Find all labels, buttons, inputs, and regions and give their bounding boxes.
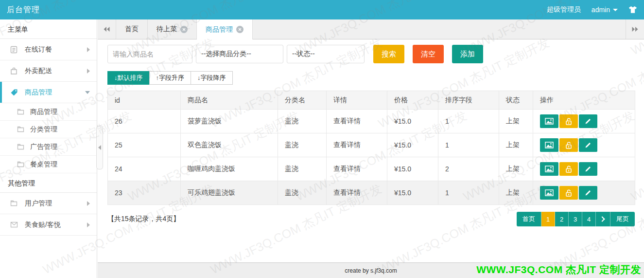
page-footer: create by s.jf3q.com [98,262,644,278]
sidebar-subitem-ad[interactable]: 广告管理 [0,138,97,156]
image-button[interactable] [540,138,558,152]
category-select-value: --选择商品分类-- [201,50,251,58]
product-name-input[interactable] [107,45,192,63]
footer-credit: create by s.jf3q.com [345,267,397,274]
folder-icon [17,126,24,132]
sidebar-section-main: 主菜单 [0,19,97,39]
folder-icon [17,144,24,150]
edit-button[interactable] [579,114,597,128]
image-button[interactable] [540,162,558,176]
sidebar-subitem-label: 餐桌管理 [30,160,57,169]
view-detail-link[interactable]: 查看详情 [333,165,361,172]
edit-button[interactable] [579,186,597,200]
page-number-button[interactable]: 3 [569,212,582,226]
chevron-right-icon [87,222,90,227]
cell-sort: 1 [438,110,499,133]
tabs-scroll-right[interactable] [626,19,644,39]
cell-category: 盖浇 [278,181,327,205]
close-icon[interactable] [180,26,188,33]
column-header: 价格 [387,91,438,110]
view-detail-link[interactable]: 查看详情 [333,117,361,125]
unlock-button[interactable] [559,138,578,152]
column-header: 商品名 [181,91,278,110]
sidebar-item-user-mgmt[interactable]: 用户管理 [0,193,97,214]
search-bar: --选择商品分类-- --状态-- 搜索 清空 添加 [107,45,634,63]
products-table: id 商品名 分类名 详情 价格 排序字段 状态 操作 26 菠萝盖浇饭 盖浇 … [107,91,635,205]
search-button[interactable]: 搜索 [373,45,404,63]
tabs-scroll-left[interactable] [98,19,116,39]
cell-status: 上架 [499,133,533,157]
sort-desc-button[interactable]: ↓字段降序 [191,71,233,85]
edit-button[interactable] [579,138,597,152]
add-button[interactable]: 添加 [452,45,483,63]
table-row: 24 咖喱鸡肉盖浇饭 盖浇 查看详情 ¥15.0 2 上架 [108,157,635,181]
table-row: 23 可乐鸡翅盖浇饭 盖浇 查看详情 ¥15.0 1 上架 [108,181,635,205]
chevron-down-icon [613,9,618,11]
cell-name: 菠萝盖浇饭 [181,110,278,133]
page-number-button[interactable]: 4 [582,212,596,226]
tab-label: 商品管理 [206,25,233,34]
cell-price: ¥15.0 [387,133,438,157]
status-select[interactable]: --状态-- [287,45,365,63]
cell-id: 24 [108,157,181,181]
username-label: admin [592,6,610,14]
unlock-button[interactable] [559,114,578,128]
content-panel: --选择商品分类-- --状态-- 搜索 清空 添加 ↓默认排序 ↑字段升序 ↓… [98,39,644,262]
unlock-button[interactable] [559,186,578,200]
sidebar-subitem-product[interactable]: 商品管理 [0,103,97,121]
topbar: 后台管理 超级管理员 admin [0,0,644,19]
tab-home[interactable]: 首页 [116,19,148,39]
cell-status: 上架 [499,181,533,205]
image-button[interactable] [540,114,558,128]
cell-sort: 2 [438,157,499,181]
cell-status: 上架 [499,157,533,181]
unlock-button[interactable] [559,162,578,176]
sidebar-item-label: 在线订餐 [25,45,52,54]
table-row: 25 双色盖浇饭 盖浇 查看详情 ¥15.0 1 上架 [108,133,635,157]
clear-button[interactable]: 清空 [413,45,444,63]
page-next-button[interactable] [596,212,610,226]
sidebar-subitem-category[interactable]: 分类管理 [0,121,97,138]
sort-default-button[interactable]: ↓默认排序 [107,71,150,85]
sidebar-item-food-post[interactable]: 美食贴/客悦 [0,214,97,236]
page-number-button[interactable]: 2 [555,212,569,226]
sort-asc-button[interactable]: ↑字段升序 [149,71,191,85]
sidebar-item-delivery[interactable]: 外卖配送 [0,60,97,82]
column-header: 操作 [533,91,635,110]
sidebar-subitem-label: 商品管理 [30,108,57,116]
view-detail-link[interactable]: 查看详情 [333,141,361,148]
cell-status: 上架 [499,110,533,133]
cell-sort: 1 [438,181,499,205]
sidebar-section-other: 其他管理 [0,173,97,193]
chevron-down-icon [85,91,90,94]
main-area: 首页 待上菜 商品管理 --选择商品分类-- --状态-- [98,19,644,278]
sidebar-collapse-handle[interactable] [96,126,103,169]
view-detail-link[interactable]: 查看详情 [333,188,361,196]
page-last-button[interactable]: 尾页 [610,212,635,226]
sort-group: ↓默认排序 ↑字段升序 ↓字段降序 [107,71,634,85]
category-select[interactable]: --选择商品分类-- [196,45,283,63]
tab-label: 首页 [125,25,139,34]
column-header: id [108,91,181,110]
edit-button[interactable] [579,162,597,176]
user-menu[interactable]: admin [592,6,618,14]
pagination: 首页 1 2 3 4 尾页 [517,212,635,226]
close-icon[interactable] [236,26,244,33]
cell-price: ¥15.0 [387,157,438,181]
chevron-right-icon [599,216,605,222]
page-number-button[interactable]: 1 [541,212,555,226]
sidebar-item-label: 用户管理 [25,199,52,208]
chevron-right-icon [87,201,90,206]
theme-shirt-icon[interactable] [628,6,637,14]
sidebar-item-online-order[interactable]: 在线订餐 [0,39,97,60]
sidebar-item-label: 外卖配送 [25,67,52,75]
tab-pending[interactable]: 待上菜 [148,19,197,39]
page-first-button[interactable]: 首页 [517,212,541,226]
cell-name: 双色盖浇饭 [181,133,278,157]
cell-name: 可乐鸡翅盖浇饭 [181,181,278,205]
sidebar-subitem-table[interactable]: 餐桌管理 [0,156,97,173]
tab-product-mgmt[interactable]: 商品管理 [197,19,253,39]
image-button[interactable] [540,186,558,200]
bag-icon [10,67,18,75]
sidebar-item-product-mgmt[interactable]: 商品管理 [0,82,97,103]
